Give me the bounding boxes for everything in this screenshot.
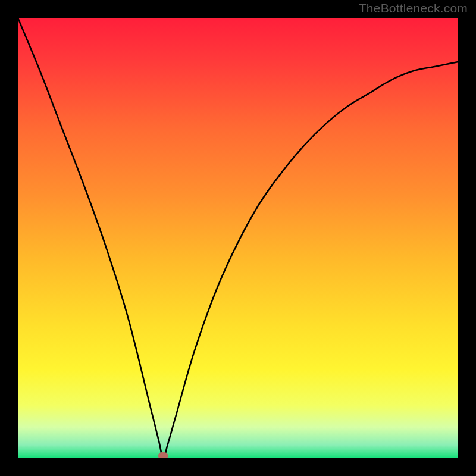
gradient-background — [18, 18, 458, 458]
chart-frame: TheBottleneck.com — [0, 0, 476, 476]
watermark-text: TheBottleneck.com — [359, 1, 468, 15]
bottleneck-chart — [18, 18, 458, 458]
minimum-marker — [158, 452, 168, 458]
chart-svg — [18, 18, 458, 458]
